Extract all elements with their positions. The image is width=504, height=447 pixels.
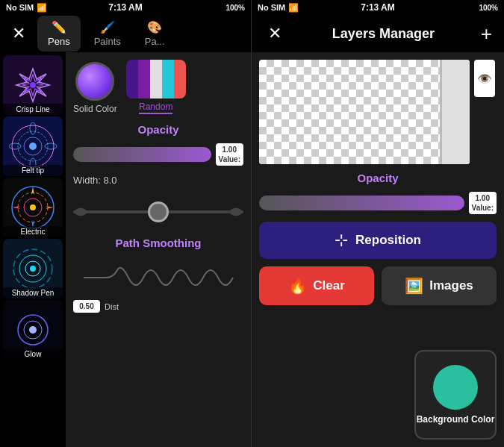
electric-icon xyxy=(9,184,57,232)
width-slider-shape xyxy=(73,197,243,227)
tab-paints-label: Paints xyxy=(94,36,121,47)
reposition-button[interactable]: ⊹ Reposition xyxy=(259,222,497,259)
brush-item-felt-tip[interactable]: Felt tip xyxy=(3,116,63,176)
tab-pens[interactable]: ✏️ Pens xyxy=(37,16,81,51)
brush-item-glow[interactable]: Glow xyxy=(3,300,63,360)
random-color-option[interactable]: Random xyxy=(126,60,186,114)
brush-item-shadow-pen[interactable]: Shadow Pen xyxy=(3,239,63,298)
status-left-right: No SIM 📶 xyxy=(258,3,299,13)
clear-label: Clear xyxy=(313,278,345,293)
swatch-2 xyxy=(138,60,150,99)
brush-item-electric[interactable]: Electric xyxy=(3,178,63,237)
svg-point-8 xyxy=(45,143,57,149)
dist-label: Dist xyxy=(105,302,119,311)
opacity-slider-row: 1.00 Value: xyxy=(73,143,243,166)
width-slider-container[interactable] xyxy=(73,193,243,231)
checker-bg xyxy=(259,60,470,164)
felt-tip-icon xyxy=(9,122,57,171)
swatch-5 xyxy=(174,60,186,99)
carrier-left: No SIM xyxy=(6,3,34,12)
brush-list: Crisp Line xyxy=(0,52,66,447)
carrier-right: No SIM xyxy=(258,3,285,12)
layers-manager-title: Layers Manager xyxy=(332,26,435,42)
smoothing-title: Path Smoothing xyxy=(73,237,243,249)
status-right-right: 100% xyxy=(479,4,498,12)
brush-label-electric: Electric xyxy=(3,226,63,237)
canvas-tools: 👁️ xyxy=(474,60,497,97)
brush-settings: Solid Color Random Opacity xyxy=(66,52,251,447)
clear-icon: 🔥 xyxy=(288,277,307,295)
dist-value-box: 0.50 xyxy=(73,300,100,313)
svg-point-12 xyxy=(30,204,36,210)
reposition-icon: ⊹ xyxy=(335,231,348,250)
pens-icon: ✏️ xyxy=(52,20,66,34)
battery-right: 100% xyxy=(479,4,498,12)
svg-point-16 xyxy=(30,266,36,272)
time-left: 7:13 AM xyxy=(108,2,143,13)
tab-pens-label: Pens xyxy=(48,36,70,47)
left-header: ✕ ✏️ Pens 🖌️ Paints 🎨 Pa... xyxy=(0,15,251,52)
canvas-preview[interactable] xyxy=(259,60,470,164)
swatch-4 xyxy=(162,60,174,99)
swatch-1 xyxy=(126,60,138,99)
random-color-label: Random xyxy=(139,101,172,114)
brush-label-felt: Felt tip xyxy=(3,165,63,176)
brush-label-shadow: Shadow Pen xyxy=(3,287,63,298)
status-right-left: 100% xyxy=(225,4,245,12)
opacity-slider-track-right[interactable] xyxy=(259,196,464,210)
add-layer-button[interactable]: + xyxy=(481,22,492,46)
solid-color-circle xyxy=(75,62,114,101)
opacity-slider-row-right: 1.00 Value: xyxy=(259,192,497,214)
background-color-button[interactable]: Background Color xyxy=(414,350,497,440)
lens-right-shape xyxy=(214,201,243,223)
right-header: ✕ Layers Manager + xyxy=(252,15,504,52)
random-swatch xyxy=(126,60,186,99)
opacity-value-right: 1.00 xyxy=(472,193,494,203)
reposition-label: Reposition xyxy=(355,233,421,248)
canvas-fold xyxy=(440,60,470,164)
opacity-value-box-left: 1.00 Value: xyxy=(216,143,243,166)
svg-point-4 xyxy=(29,143,37,150)
swatch-3 xyxy=(150,60,162,99)
status-bar-left: No SIM 📶 7:13 AM 100% xyxy=(0,0,251,15)
crisp-line-icon xyxy=(10,63,55,107)
close-button-left[interactable]: ✕ xyxy=(7,24,30,43)
tab-pa[interactable]: 🎨 Pa... xyxy=(134,16,175,51)
action-row: 🔥 Clear 🖼️ Images xyxy=(259,266,497,305)
brush-label-glow: Glow xyxy=(3,348,63,360)
solid-color-label: Solid Color xyxy=(73,104,117,114)
bg-color-circle xyxy=(433,365,478,410)
brush-item-crisp-line[interactable]: Crisp Line xyxy=(3,55,63,115)
images-icon: 🖼️ xyxy=(405,277,423,295)
clear-button[interactable]: 🔥 Clear xyxy=(259,266,374,305)
images-button[interactable]: 🖼️ Images xyxy=(382,266,497,305)
opacity-slider-track[interactable] xyxy=(73,147,211,162)
right-panel: No SIM 📶 7:13 AM 100% ✕ Layers Manager +… xyxy=(252,0,504,447)
svg-point-19 xyxy=(29,326,37,334)
lens-left-shape xyxy=(73,201,103,223)
eye-tool-button[interactable]: 👁️ xyxy=(474,60,495,97)
tab-bar: ✏️ Pens 🖌️ Paints 🎨 Pa... xyxy=(37,16,175,51)
eye-icon: 👁️ xyxy=(477,72,492,86)
dist-value: 0.50 xyxy=(76,301,97,311)
status-bar-right: No SIM 📶 7:13 AM 100% xyxy=(252,0,504,15)
battery-left: 100% xyxy=(225,4,245,12)
wifi-icon-right: 📶 xyxy=(288,3,299,13)
color-options-row: Solid Color Random xyxy=(73,60,243,114)
opacity-title-left: Opacity xyxy=(73,123,243,136)
tab-paints[interactable]: 🖌️ Paints xyxy=(84,16,131,51)
shadow-pen-icon xyxy=(9,245,57,293)
close-button-right[interactable]: ✕ xyxy=(264,24,286,43)
dist-box: 0.50 Dist xyxy=(73,300,243,313)
bg-color-label: Background Color xyxy=(417,414,495,425)
wifi-icon: 📶 xyxy=(37,3,47,13)
width-thumb[interactable] xyxy=(148,201,169,222)
glow-icon xyxy=(9,306,57,354)
opacity-value-box-right: 1.00 Value: xyxy=(469,192,497,214)
status-left: No SIM 📶 xyxy=(6,3,47,13)
solid-color-option[interactable]: Solid Color xyxy=(73,62,117,114)
paints-icon: 🖌️ xyxy=(100,20,115,34)
svg-point-0 xyxy=(30,82,36,88)
width-display: Width: 8.0 xyxy=(73,175,243,186)
svg-point-7 xyxy=(9,143,21,149)
